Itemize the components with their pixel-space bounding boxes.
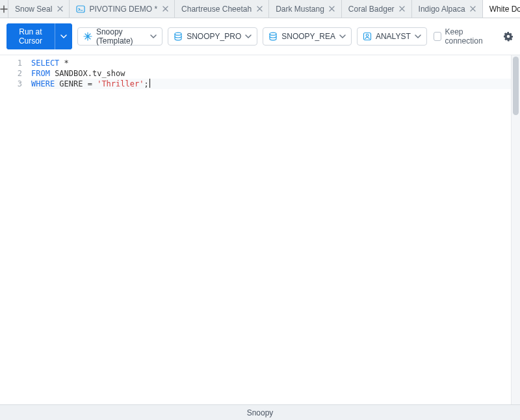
close-icon — [257, 6, 263, 12]
settings-button[interactable] — [502, 30, 514, 43]
svg-rect-0 — [77, 6, 84, 12]
snowflake-icon — [83, 32, 92, 41]
gear-icon — [503, 31, 514, 42]
token-kw: FROM — [31, 69, 50, 78]
tab-strip: Snow SealPIVOTING DEMO *Chartreuse Cheet… — [0, 0, 520, 18]
context-selector[interactable]: Snoopy (Template) — [77, 27, 162, 46]
close-icon — [329, 6, 335, 12]
tab-label: PIVOTING DEMO * — [89, 5, 157, 14]
schema-label: SNOOPY_REA — [281, 32, 335, 41]
role-label: ANALYST — [376, 32, 411, 41]
editor[interactable]: 123 SELECT *FROM SANDBOX.tv_showWHERE GE… — [0, 55, 520, 408]
chevron-down-icon — [245, 33, 252, 40]
checkbox-box — [434, 32, 441, 41]
new-tab-button[interactable] — [0, 0, 8, 18]
chevron-down-icon — [339, 33, 346, 40]
tab-label: White Dog — [489, 5, 520, 14]
tab-label: Snow Seal — [15, 5, 52, 14]
text-caret — [150, 79, 150, 88]
plus-icon — [0, 5, 8, 13]
vertical-scrollbar[interactable] — [511, 55, 520, 408]
gutter-line-number: 3 — [3, 79, 22, 89]
close-icon — [162, 6, 168, 12]
tab-close-button[interactable] — [398, 5, 406, 13]
tab-close-button[interactable] — [328, 5, 336, 13]
close-icon — [57, 6, 63, 12]
token-punct: * — [64, 59, 69, 68]
tab-close-button[interactable] — [161, 5, 169, 13]
tab-indigo-alpaca[interactable]: Indigo Alpaca — [412, 0, 483, 18]
status-bar-label: Snoopy — [247, 408, 274, 417]
tab-coral-badger[interactable]: Coral Badger — [342, 0, 412, 18]
tab-dark-mustang[interactable]: Dark Mustang — [269, 0, 342, 18]
chevron-down-icon — [415, 33, 421, 40]
context-label: Snoopy (Template) — [96, 27, 146, 46]
token-kw: WHERE — [31, 79, 55, 88]
tab-label: Chartreuse Cheetah — [181, 5, 252, 14]
svg-point-2 — [270, 33, 276, 35]
role-icon — [363, 32, 372, 41]
keep-connection-label: Keep connection — [445, 27, 493, 46]
database-icon — [174, 32, 183, 41]
gutter-line-number: 1 — [3, 58, 22, 68]
token-kw: SELECT — [31, 59, 59, 68]
editor-code-area[interactable]: SELECT *FROM SANDBOX.tv_showWHERE GENRE … — [27, 55, 520, 408]
tab-close-button[interactable] — [469, 5, 477, 13]
code-line[interactable]: FROM SANDBOX.tv_show — [31, 68, 517, 79]
tab-label: Dark Mustang — [276, 5, 324, 14]
run-menu-button[interactable] — [55, 23, 72, 49]
warehouse-label: SNOOPY_PRO — [187, 32, 241, 41]
editor-gutter: 123 — [0, 55, 27, 408]
tab-chartreuse-cheetah[interactable]: Chartreuse Cheetah — [175, 0, 269, 18]
tab-snow-seal[interactable]: Snow Seal — [8, 0, 70, 18]
terminal-icon — [76, 5, 85, 14]
token-punct: = — [88, 79, 92, 88]
tab-white-dog[interactable]: White Dog — [483, 0, 520, 18]
toolbar: Run at Cursor Snoopy (Template) SNOOPY_P… — [0, 18, 520, 55]
close-icon — [470, 6, 476, 12]
gutter-line-number: 2 — [3, 68, 22, 79]
tab-label: Indigo Alpaca — [419, 5, 465, 14]
code-line[interactable]: SELECT * — [31, 58, 517, 68]
token-str: 'Thriller' — [97, 79, 144, 88]
run-at-cursor-button[interactable]: Run at Cursor — [6, 23, 55, 49]
keep-connection-checkbox[interactable]: Keep connection — [434, 27, 493, 46]
token-ident: GENRE — [55, 79, 88, 88]
tab-pivoting-demo[interactable]: PIVOTING DEMO * — [70, 0, 175, 18]
scrollbar-thumb[interactable] — [513, 57, 519, 115]
code-line[interactable]: WHERE GENRE = 'Thriller'; — [31, 79, 517, 89]
tab-label: Coral Badger — [348, 5, 395, 14]
chevron-down-icon — [150, 33, 157, 40]
run-button-group: Run at Cursor — [6, 23, 72, 49]
warehouse-selector[interactable]: SNOOPY_PRO — [168, 27, 257, 46]
token-ident: SANDBOX.tv_show — [50, 69, 125, 78]
tab-close-button[interactable] — [255, 5, 263, 13]
chevron-down-icon — [60, 33, 67, 40]
status-bar: Snoopy — [0, 404, 520, 420]
svg-point-1 — [175, 33, 181, 35]
database-icon — [268, 32, 278, 41]
schema-selector[interactable]: SNOOPY_REA — [263, 27, 352, 46]
token-ident — [59, 59, 64, 68]
token-punct: ; — [144, 79, 148, 88]
svg-point-4 — [366, 34, 369, 37]
tab-close-button[interactable] — [56, 5, 64, 13]
close-icon — [399, 6, 405, 12]
role-selector[interactable]: ANALYST — [357, 27, 427, 46]
